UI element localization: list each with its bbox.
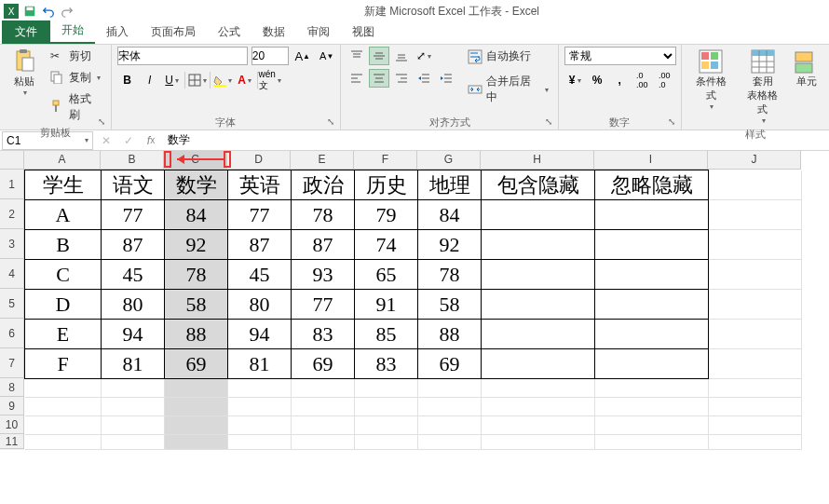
tab-data[interactable]: 数据 — [251, 20, 296, 44]
cell[interactable] — [595, 230, 709, 260]
cell[interactable] — [228, 435, 292, 450]
cell[interactable] — [709, 200, 802, 230]
cell[interactable]: 74 — [355, 230, 418, 260]
fill-color-button[interactable]: ▾ — [212, 71, 233, 89]
cell[interactable]: 历史 — [355, 170, 418, 200]
cell[interactable]: 83 — [292, 320, 355, 349]
number-dialog-launcher[interactable]: ⤡ — [668, 116, 679, 128]
cell[interactable]: 80 — [228, 290, 292, 320]
cell[interactable]: D — [25, 290, 102, 320]
cell[interactable]: 84 — [165, 200, 228, 230]
column-header-A[interactable]: A — [24, 151, 101, 170]
cell[interactable]: 88 — [165, 320, 228, 349]
cell[interactable]: 93 — [292, 260, 355, 290]
conditional-format-button[interactable]: 条件格式▾ — [687, 47, 735, 113]
cell[interactable]: 87 — [228, 230, 292, 260]
orientation-icon[interactable]: ⤢▾ — [414, 47, 434, 65]
cell[interactable] — [709, 435, 802, 450]
cell[interactable] — [709, 379, 802, 398]
cell[interactable]: 英语 — [228, 170, 292, 200]
redo-icon[interactable] — [60, 4, 75, 19]
cell[interactable]: 语文 — [102, 170, 165, 200]
cell[interactable]: 69 — [292, 349, 355, 379]
cell[interactable] — [228, 398, 292, 416]
cell[interactable]: 58 — [418, 290, 482, 320]
cell[interactable]: 78 — [418, 260, 482, 290]
cell[interactable] — [25, 416, 102, 435]
cell[interactable]: 58 — [165, 290, 228, 320]
cell[interactable]: 80 — [102, 290, 165, 320]
font-name-combo[interactable] — [117, 47, 248, 65]
column-header-B[interactable]: B — [101, 151, 164, 170]
cell[interactable]: 78 — [292, 200, 355, 230]
cell[interactable]: 77 — [292, 290, 355, 320]
cell[interactable] — [25, 398, 102, 416]
align-middle-icon[interactable] — [369, 47, 389, 65]
cell[interactable] — [482, 398, 595, 416]
cell[interactable]: 69 — [165, 349, 228, 379]
tab-view[interactable]: 视图 — [341, 20, 386, 44]
cell[interactable]: 79 — [355, 200, 418, 230]
tab-review[interactable]: 审阅 — [296, 20, 341, 44]
select-all-corner[interactable] — [0, 151, 24, 170]
alignment-dialog-launcher[interactable]: ⤡ — [545, 116, 556, 128]
cell[interactable] — [292, 398, 355, 416]
merge-center-button[interactable]: 合并后居中▾ — [464, 72, 552, 107]
cell[interactable] — [418, 379, 482, 398]
column-header-D[interactable]: D — [227, 151, 291, 170]
cell[interactable]: 81 — [102, 349, 165, 379]
tab-formulas[interactable]: 公式 — [207, 20, 251, 44]
cell[interactable] — [25, 435, 102, 450]
align-center-icon[interactable] — [369, 69, 389, 88]
cell[interactable] — [482, 379, 595, 398]
column-header-E[interactable]: E — [291, 151, 354, 170]
column-header-H[interactable]: H — [481, 151, 594, 170]
cell[interactable] — [709, 230, 802, 260]
cell[interactable] — [102, 379, 165, 398]
cell[interactable] — [165, 435, 228, 450]
cell[interactable]: 78 — [165, 260, 228, 290]
cell[interactable]: 学生 — [25, 170, 102, 200]
italic-button[interactable]: I — [140, 71, 160, 89]
cell[interactable]: 91 — [355, 290, 418, 320]
column-header-G[interactable]: G — [417, 151, 481, 170]
cell[interactable] — [355, 416, 418, 435]
cell[interactable]: 94 — [228, 320, 292, 349]
cell[interactable] — [418, 416, 482, 435]
font-size-combo[interactable] — [251, 47, 289, 65]
decrease-decimal-icon[interactable]: .00.0 — [654, 71, 674, 89]
column-header-F[interactable]: F — [354, 151, 417, 170]
cell[interactable]: 84 — [418, 200, 482, 230]
cell-styles-button[interactable]: 单元 — [790, 47, 823, 90]
align-top-icon[interactable] — [347, 47, 367, 65]
row-header-11[interactable]: 11 — [0, 434, 24, 449]
cell[interactable] — [482, 200, 595, 230]
cell[interactable]: 包含隐藏 — [482, 170, 595, 200]
row-header-8[interactable]: 8 — [0, 378, 24, 397]
cell[interactable] — [292, 416, 355, 435]
tab-insert[interactable]: 插入 — [95, 20, 140, 44]
cell[interactable] — [709, 320, 802, 349]
cell[interactable]: 77 — [102, 200, 165, 230]
cell[interactable] — [709, 398, 802, 416]
align-bottom-icon[interactable] — [391, 47, 412, 65]
cell[interactable]: B — [25, 230, 102, 260]
row-header-9[interactable]: 9 — [0, 397, 24, 415]
currency-icon[interactable]: ¥▾ — [564, 71, 585, 89]
cell[interactable] — [228, 416, 292, 435]
cell[interactable] — [709, 290, 802, 320]
cell[interactable] — [165, 416, 228, 435]
cell[interactable] — [292, 379, 355, 398]
clipboard-dialog-launcher[interactable]: ⤡ — [98, 116, 109, 128]
cell[interactable] — [595, 379, 709, 398]
cell[interactable] — [709, 260, 802, 290]
cell[interactable] — [418, 398, 482, 416]
row-header-7[interactable]: 7 — [0, 348, 24, 378]
cell[interactable] — [165, 398, 228, 416]
cell[interactable]: E — [25, 320, 102, 349]
cell[interactable]: 45 — [228, 260, 292, 290]
cell[interactable] — [595, 200, 709, 230]
cell[interactable] — [482, 416, 595, 435]
cell[interactable]: 77 — [228, 200, 292, 230]
cell[interactable] — [482, 320, 595, 349]
